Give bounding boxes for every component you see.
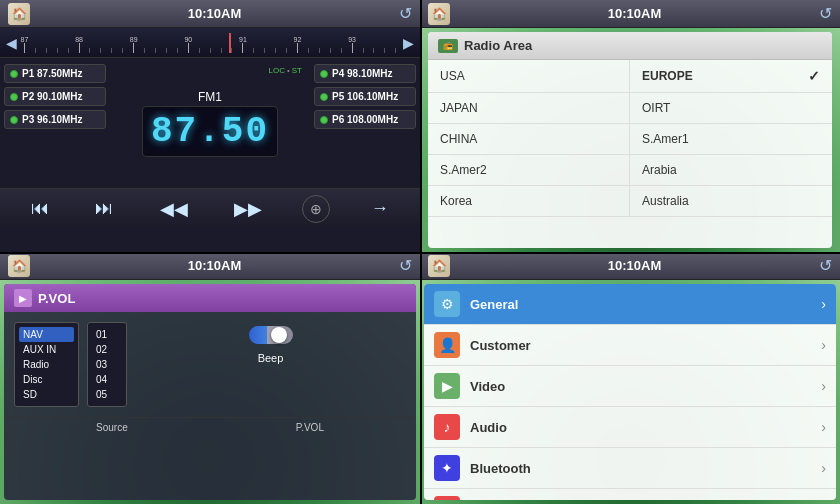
frequency-bar: ◀ 87 . . . . 88 . . . .	[0, 28, 420, 58]
preset-p2[interactable]: P2 90.10MHz	[4, 87, 106, 106]
source-item-radio[interactable]: Radio	[19, 357, 74, 372]
preset-p3[interactable]: P3 96.10MHz	[4, 110, 106, 129]
pvol-item-05[interactable]: 05	[92, 387, 122, 402]
radio-area-cell-china[interactable]: CHINA	[428, 124, 630, 155]
rewind-btn[interactable]: ◀◀	[154, 194, 194, 224]
general-icon: ⚙	[434, 291, 460, 317]
source-item-aux-in[interactable]: AUX IN	[19, 342, 74, 357]
preset-p1[interactable]: P1 87.50MHz	[4, 64, 106, 83]
settings-item-audio[interactable]: ♪ Audio ›	[424, 407, 836, 448]
radio-center: LOC • ST FM1 87.50	[110, 58, 310, 188]
settings-arrow-customer: ›	[821, 337, 826, 353]
presets-area: P1 87.50MHz P2 90.10MHz P3 96.10MHz LOC …	[0, 58, 420, 188]
radio-area-cell-usa[interactable]: USA	[428, 60, 630, 93]
settings-item-customer[interactable]: 👤 Customer ›	[424, 325, 836, 366]
pvol-item-03[interactable]: 03	[92, 357, 122, 372]
preset-p4[interactable]: P4 98.10MHz	[314, 64, 416, 83]
back-icon-bl[interactable]: ↺	[399, 256, 412, 275]
header-bar-bottom-right: 🏠 10:10AM ↺	[420, 252, 840, 280]
preset-p3-label: P3 96.10MHz	[22, 114, 83, 125]
loc-badge: LOC	[269, 66, 285, 75]
radio-area-label: S.Amer2	[440, 163, 487, 177]
radio-area-cell-arabia[interactable]: Arabia	[630, 155, 832, 186]
settings-item-video[interactable]: ▶ Video ›	[424, 366, 836, 407]
radio-area-grid: USAEUROPE✓JAPANOIRTCHINAS.Amer1S.Amer2Ar…	[428, 60, 832, 217]
source-item-disc[interactable]: Disc	[19, 372, 74, 387]
freq-right-arrow[interactable]: ▶	[401, 35, 416, 51]
radio-area-cell-s.amer2[interactable]: S.Amer2	[428, 155, 630, 186]
beep-label: Beep	[258, 352, 284, 364]
settings-panel: ⚙ General › 👤 Customer › ▶ Video › ♪ Aud…	[420, 280, 840, 504]
pvol-item-01[interactable]: 01	[92, 327, 122, 342]
radio-area-label: Korea	[440, 194, 472, 208]
preset-p1-label: P1 87.50MHz	[22, 68, 83, 79]
back-icon-tr[interactable]: ↺	[819, 4, 832, 23]
settings-label-audio: Audio	[470, 420, 821, 435]
time-display-bl: 10:10AM	[188, 258, 241, 273]
radio-area-cell-oirt[interactable]: OIRT	[630, 93, 832, 124]
tv-icon: 📻	[438, 39, 458, 53]
settings-arrow-bluetooth: ›	[821, 460, 826, 476]
next-track-btn[interactable]: ⏭	[89, 194, 119, 223]
settings-item-general[interactable]: ⚙ General ›	[424, 284, 836, 325]
presets-left: P1 87.50MHz P2 90.10MHz P3 96.10MHz	[0, 58, 110, 188]
radio-area-quadrant: 🏠 10:10AM ↺ 📻 Radio Area USAEUROPE✓JAPAN…	[420, 0, 840, 252]
ffwd-btn[interactable]: ▶▶	[228, 194, 268, 224]
home-icon-br[interactable]: 🏠	[428, 255, 450, 277]
home-icon-bl[interactable]: 🏠	[8, 255, 30, 277]
source-item-sd[interactable]: SD	[19, 387, 74, 402]
source-footer-label: Source	[96, 422, 128, 433]
video-icon: ▶	[434, 373, 460, 399]
prev-track-btn[interactable]: ⏮	[25, 194, 55, 223]
controls-bar: ⏮ ⏭ ◀◀ ▶▶ ⊕ →	[0, 188, 420, 228]
pvol-item-02[interactable]: 02	[92, 342, 122, 357]
pvol-list: 0102030405	[87, 322, 127, 407]
freq-indicator	[229, 33, 231, 53]
fm-label: FM1	[198, 90, 222, 104]
beep-toggle[interactable]	[249, 326, 293, 344]
preset-p6[interactable]: P6 108.00MHz	[314, 110, 416, 129]
back-icon-tl[interactable]: ↺	[399, 4, 412, 23]
radio-area-box: 📻 Radio Area USAEUROPE✓JAPANOIRTCHINAS.A…	[428, 32, 832, 248]
bluetooth-icon: ✦	[434, 455, 460, 481]
settings-item-rating[interactable]: ★ Rating ›	[424, 489, 836, 500]
st-badge: ST	[292, 66, 302, 75]
radio-area-cell-korea[interactable]: Korea	[428, 186, 630, 217]
settings-quadrant: 🏠 10:10AM ↺ ⚙ General › 👤 Customer › ▶ V…	[420, 252, 840, 504]
settings-item-bluetooth[interactable]: ✦ Bluetooth ›	[424, 448, 836, 489]
preset-p6-label: P6 108.00MHz	[332, 114, 398, 125]
settings-label-general: General	[470, 297, 821, 312]
source-list: NAVAUX INRadioDiscSD	[14, 322, 79, 407]
source-item-nav[interactable]: NAV	[19, 327, 74, 342]
fm-radio-quadrant: 🏠 10:10AM ↺ ◀ 87 . . . . 88 . .	[0, 0, 420, 252]
settings-arrow-video: ›	[821, 378, 826, 394]
time-display-tl: 10:10AM	[188, 6, 241, 21]
header-bar-bottom-left: 🏠 10:10AM ↺	[0, 252, 420, 280]
beep-section: Beep	[135, 322, 406, 364]
back-icon-br[interactable]: ↺	[819, 256, 832, 275]
rating-icon: ★	[434, 496, 460, 500]
radio-area-cell-australia[interactable]: Australia	[630, 186, 832, 217]
radio-area-cell-japan[interactable]: JAPAN	[428, 93, 630, 124]
horizontal-divider	[0, 252, 840, 254]
pvol-item-04[interactable]: 04	[92, 372, 122, 387]
radio-area-cell-s.amer1[interactable]: S.Amer1	[630, 124, 832, 155]
presets-right: P4 98.10MHz P5 106.10MHz P6 108.00MHz	[310, 58, 420, 188]
settings-btn[interactable]: ⊕	[302, 195, 330, 223]
radio-area-label: USA	[440, 69, 465, 83]
home-icon[interactable]: 🏠	[8, 3, 30, 25]
preset-dot	[10, 70, 18, 78]
radio-area-cell-europe[interactable]: EUROPE✓	[630, 60, 832, 93]
freq-left-arrow[interactable]: ◀	[4, 35, 19, 51]
preset-dot	[10, 116, 18, 124]
audio-icon: ♪	[434, 414, 460, 440]
pvol-content: NAVAUX INRadioDiscSD 0102030405 Beep	[4, 312, 416, 417]
forward-btn[interactable]: →	[365, 194, 395, 223]
preset-p2-label: P2 90.10MHz	[22, 91, 83, 102]
radio-panel: ◀ 87 . . . . 88 . . . .	[0, 28, 420, 252]
home-icon-tr[interactable]: 🏠	[428, 3, 450, 25]
preset-p5-label: P5 106.10MHz	[332, 91, 398, 102]
preset-dot	[320, 116, 328, 124]
preset-p5[interactable]: P5 106.10MHz	[314, 87, 416, 106]
radio-area-title: Radio Area	[464, 38, 532, 53]
